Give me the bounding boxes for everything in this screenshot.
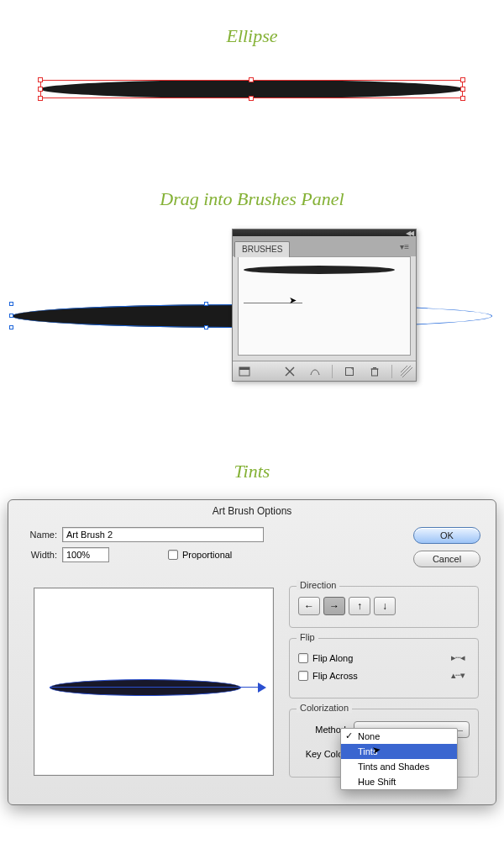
checkbox-icon: [298, 653, 308, 663]
menu-item-tints-shades[interactable]: Tints and Shades: [341, 759, 457, 774]
selection-handle[interactable]: [38, 96, 43, 101]
selection-handle[interactable]: [204, 302, 208, 306]
name-label: Name:: [18, 530, 57, 540]
selection-handle[interactable]: [460, 87, 465, 92]
selection-handle[interactable]: [9, 325, 13, 329]
proportional-label: Proportional: [182, 550, 232, 560]
flip-across-label: Flip Across: [312, 671, 358, 681]
flip-legend: Flip: [297, 632, 318, 642]
direction-left-button[interactable]: ←: [298, 597, 320, 615]
direction-legend: Direction: [297, 580, 339, 590]
svg-rect-5: [372, 369, 378, 376]
selection-handle[interactable]: [9, 314, 13, 318]
flip-along-icon: ▸┄◂: [446, 652, 470, 663]
svg-rect-1: [239, 367, 249, 370]
brushes-panel: ◀◀ BRUSHES ▾≡ ➤: [232, 229, 417, 382]
flip-along-checkbox[interactable]: Flip Along: [298, 653, 353, 663]
direction-up-button[interactable]: ↑: [349, 597, 370, 615]
menu-item-none[interactable]: None: [341, 729, 457, 744]
resize-grip-icon[interactable]: [401, 366, 412, 377]
brush-row[interactable]: [244, 261, 405, 279]
flip-group: Flip Flip Along ▸┄◂ Flip Across ▴┄▾: [289, 638, 479, 698]
selection-handle[interactable]: [249, 96, 254, 101]
flip-across-icon: ▴┄▾: [446, 670, 470, 681]
stroke-options-icon[interactable]: [307, 364, 323, 379]
ok-button[interactable]: OK: [413, 527, 480, 544]
selection-handle[interactable]: [249, 77, 254, 82]
heading-ellipse: Ellipse: [0, 25, 504, 47]
selection-handle[interactable]: [204, 325, 208, 329]
preview-ellipse-shape: [50, 679, 241, 696]
brush-libraries-icon[interactable]: [236, 364, 253, 379]
direction-right-button[interactable]: →: [323, 597, 345, 615]
flip-along-label: Flip Along: [312, 653, 353, 663]
remove-brush-stroke-icon[interactable]: [281, 364, 298, 379]
checkbox-icon: [168, 550, 178, 560]
selection-handle[interactable]: [38, 87, 43, 92]
direction-down-button[interactable]: ↓: [374, 597, 396, 615]
panel-tab-bar: BRUSHES ▾≡: [233, 236, 416, 256]
brush-preview: [34, 588, 274, 776]
direction-group: Direction ← → ↑ ↓: [289, 586, 479, 628]
flip-across-checkbox[interactable]: Flip Across: [298, 671, 358, 681]
panel-menu-icon[interactable]: ▾≡: [396, 240, 412, 254]
tab-brushes[interactable]: BRUSHES: [234, 241, 290, 257]
new-brush-icon[interactable]: [341, 364, 358, 379]
selection-handle[interactable]: [460, 96, 465, 101]
selection-handle[interactable]: [38, 77, 43, 82]
cursor-icon: ➤: [289, 295, 297, 306]
preview-direction-line: [50, 687, 261, 688]
dialog-title: Art Brush Options: [8, 500, 496, 524]
proportional-checkbox[interactable]: Proportional: [168, 550, 232, 560]
method-dropdown-menu: None Tints Tints and Shades Hue Shift: [340, 728, 458, 790]
divider: [332, 365, 333, 378]
selection-handle[interactable]: [9, 302, 13, 306]
checkbox-icon: [298, 671, 308, 681]
panel-titlebar[interactable]: ◀◀: [233, 229, 416, 236]
drop-indicator: ➤: [244, 303, 302, 303]
name-input[interactable]: [62, 527, 264, 542]
divider: [391, 365, 392, 378]
width-input[interactable]: [62, 547, 109, 562]
delete-brush-icon[interactable]: [366, 364, 383, 379]
colorization-legend: Colorization: [297, 703, 352, 713]
cancel-button[interactable]: Cancel: [413, 551, 480, 567]
heading-drag: Drag into Brushes Panel: [0, 188, 504, 210]
heading-tints: Tints: [0, 461, 504, 482]
menu-item-hue-shift[interactable]: Hue Shift: [341, 774, 457, 789]
menu-item-tints[interactable]: Tints: [341, 744, 457, 759]
preview-direction-arrow-icon: [258, 683, 266, 693]
brush-thumbnail: [244, 266, 395, 274]
width-label: Width:: [18, 550, 57, 560]
panel-collapse-icon[interactable]: ◀◀: [406, 229, 412, 237]
ellipse-stage: [40, 72, 463, 106]
panel-footer: [233, 361, 416, 381]
brush-list[interactable]: ➤: [238, 256, 411, 356]
selection-handle[interactable]: [460, 77, 465, 82]
